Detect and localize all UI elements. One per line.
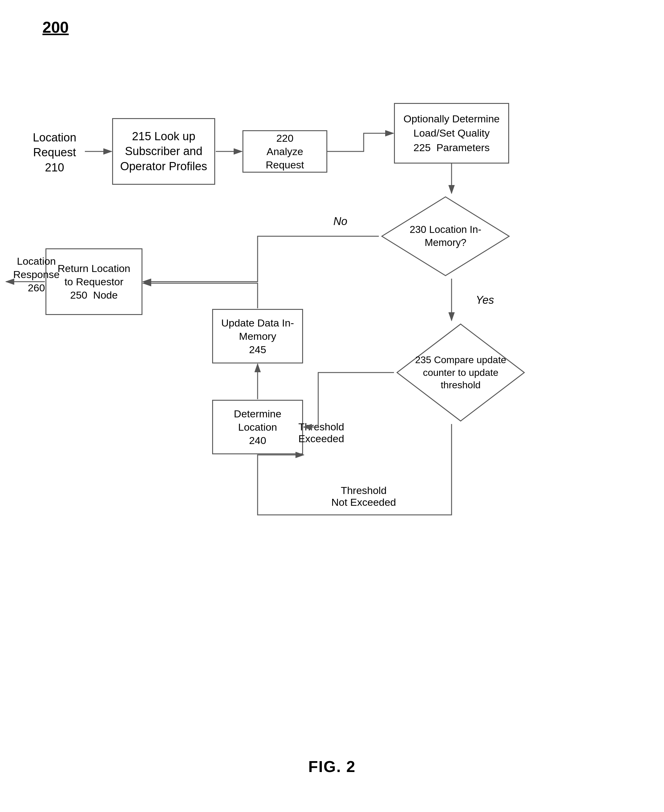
box-225: Optionally Determine Load/Set Quality 22… xyxy=(394,103,509,164)
location-response-label: Location Response 260 xyxy=(9,254,63,295)
location-request-label: Location Request 210 xyxy=(24,130,85,175)
arrows-svg xyxy=(0,0,664,812)
fig-label: FIG. 2 xyxy=(308,757,355,776)
diamond-230: 230 Location In- Memory? xyxy=(379,194,512,279)
box-215: 215 Look up Subscriber and Operator Prof… xyxy=(112,118,215,185)
threshold-exceeded-label: Threshold Exceeded xyxy=(291,421,352,445)
arrow-yes-label: Yes xyxy=(476,294,494,307)
box-245: Update Data In- Memory 245 xyxy=(212,309,303,364)
diamond-235: 235 Compare update counter to update thr… xyxy=(394,321,527,424)
threshold-not-exceeded-label: Threshold Not Exceeded xyxy=(318,485,409,508)
box-220: 220 Analyze Request xyxy=(242,130,327,173)
arrow-no-label: No xyxy=(334,215,347,228)
diagram-number: 200 xyxy=(42,18,69,36)
diagram-container: 200 Location Request 210 215 Look up Sub… xyxy=(0,0,664,812)
box-240: Determine Location 240 xyxy=(212,400,303,454)
